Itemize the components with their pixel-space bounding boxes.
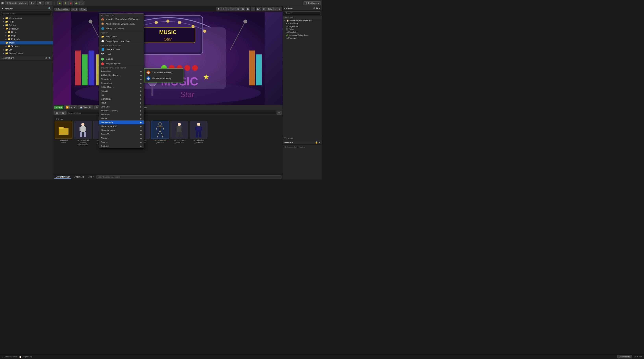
outliner-item-targetpoint[interactable]: ◎ TargetPoint [283,25,322,28]
tab-content-drawer[interactable]: Content Drawer [54,175,71,179]
tree-item-page[interactable]: ▶ 📁 Page [0,20,53,24]
outliner-item-parent[interactable]: ◎ ParentActor [283,37,322,40]
more-button[interactable]: ⋯ [79,1,84,5]
cm-item-physics[interactable]: Physics ▶ [99,136,144,140]
search-options-button[interactable]: ▾ [277,111,282,115]
cm-item-fx[interactable]: FX ▶ [99,93,144,97]
stop-button[interactable]: ■ [68,1,74,5]
cm-item-animation[interactable]: Animation ▶ [99,69,144,73]
search-collection-icon[interactable]: 🔍 [48,57,51,60]
transform-scale-icon[interactable]: ⤡ [226,7,231,11]
asset-count: 8 items [55,117,281,121]
cm-item-foliage[interactable]: Foliage ▶ [99,89,144,93]
cm-item-blueprint[interactable]: 📘 Blueprint Class [99,47,144,52]
save-all-button[interactable]: 💾 Save All [78,106,93,109]
asset-item-5[interactable]: SK_SchoolGirl_Skeleton [151,121,169,146]
tree-item-metahumans[interactable]: ▶ 📁 MetaHumans [0,16,53,20]
cm-item-add-feature[interactable]: 📦 Add Feature or Content Pack... [99,22,144,26]
scale-icon[interactable]: ⊕ [262,7,266,11]
cm-item-live-link[interactable]: Live Link ▶ [99,105,144,109]
cm-item-cinematics[interactable]: Cinematics ▶ [99,81,144,85]
filter-button[interactable]: ⊟ [54,111,60,115]
cm-item-editor-utilities[interactable]: Editor Utilities ▶ [99,85,144,89]
cm-item-speech[interactable]: 💬 Create Speech from Text [99,39,144,44]
cm-item-machine-learning[interactable]: Machine Learning ▶ [99,109,144,112]
tree-item-starter[interactable]: ▶ 📁 StarterContent [0,52,53,55]
asset-item-1[interactable]: SK_SchoolGirl_Casual_PhysicsAsset [74,121,92,146]
cm-item-miscellaneous[interactable]: Miscellaneous ▶ [99,128,144,132]
cm-item-ai[interactable]: Artificial Intelligence ▶ [99,73,144,77]
outliner-item-entryactor[interactable]: ◎ EntryActor1 [283,31,322,34]
cm-item-paper2d[interactable]: Paper2D ▶ [99,132,144,136]
cm-item-gameplay[interactable]: Gameplay ▶ [99,97,144,101]
tree-item-maps[interactable]: ▶ 📁 Maps [0,34,53,38]
cm-item-input[interactable]: Input ▶ [99,101,144,105]
tab-output-log[interactable]: Output Log [72,175,85,179]
toolbar-btn-1[interactable]: ⊕ ▾ [29,1,36,5]
sort-button[interactable]: ⊟ [60,111,66,115]
outliner-item-studio[interactable]: ▼ 🏠 StarMusicStudio (Editor) [283,19,322,22]
cm-item-metahuman-sdk[interactable]: MetahumanSDK ▶ [99,124,144,128]
lit-button[interactable]: ☀ Lit [71,8,78,11]
add-button[interactable]: + Add [54,106,64,109]
lock-icon[interactable]: 🔒 [315,141,318,144]
pause-button[interactable]: ⏸ [63,1,68,5]
outliner-search-input[interactable] [284,12,321,15]
search-icon[interactable]: 🔍 [48,7,51,10]
cm-item-sounds[interactable]: Sounds ▶ [99,140,144,144]
tree-item-sky[interactable]: ▶ 📁 Sky [0,48,53,52]
search-paths-input[interactable] [1,12,52,15]
platforms-button[interactable]: 🖥 Platforms ▾ [304,2,321,5]
add-collection-icon[interactable]: ⊕ [45,57,47,60]
grid-snap-icon[interactable]: ⊡ [241,7,246,11]
settings-icon[interactable]: ⚙ [316,7,318,10]
sm-item-capture-data[interactable]: ⬤ Capture Data (Mesh) [144,70,183,76]
tree-item-demo[interactable]: ▶ 📁 Demo [0,30,53,34]
filter-icon[interactable]: ⊟ [313,7,315,10]
outliner-item-foliage[interactable]: 🌿 InstancedFoliageActor [283,34,322,37]
asset-search-input[interactable] [66,111,276,115]
toolbar-btn-3[interactable]: ⧖ ▾ [46,1,52,5]
cm-item-import[interactable]: 📥 Import to /Game/SchoolGirl/Mesh... [99,17,144,22]
import-button[interactable]: 🔼 Import [64,106,77,109]
cm-item-niagara[interactable]: ⬤ Niagara System [99,61,144,66]
selection-mode-button[interactable]: ⊹ Selection Mode ▾ [5,1,28,5]
transform-rotate-icon[interactable]: ↻ [222,7,226,11]
angle-icon[interactable]: ⌖ [251,7,255,11]
close-icon[interactable]: ✕ [319,141,320,144]
transform-move-icon[interactable]: ✥ [216,7,221,11]
close-icon[interactable]: ✕ [319,7,320,10]
eject-button[interactable]: ⏏ [74,1,79,5]
asset-item-7[interactable]: SK_SchoolGirl_SwimSuit [190,121,208,146]
collections-section[interactable]: ▶ Collections ⊕ 🔍 [0,56,53,60]
tab-cmd[interactable]: Cmd ▾ [86,175,96,179]
asset-item-folder[interactable]: SeparatedMesh [55,121,72,146]
toolbar-btn-2[interactable]: ⊞ ▾ [37,1,44,5]
grid-icon[interactable]: ⊞ [236,7,240,11]
cm-item-level[interactable]: 🗺 Level [99,52,144,56]
tree-item-python[interactable]: ▶ 📁 Python [0,24,53,27]
outliner-item-starmusic[interactable]: ▶ ♪ StarMusic [283,22,322,25]
tree-item-mesh[interactable]: 📂 Mesh [0,41,53,44]
show-button[interactable]: Show [79,8,87,11]
cm-item-materials[interactable]: Materials ▶ [99,112,144,116]
cm-item-new-folder[interactable]: 📁 New Folder [99,34,144,39]
tree-item-textures[interactable]: ▶ 📁 Textures [0,44,53,48]
chevron-down-icon: ▾ [25,2,26,4]
cm-item-textures[interactable]: Textures ▶ [99,144,144,148]
cm-item-media[interactable]: Media ▶ [99,116,144,120]
cm-item-quixel[interactable]: 🌐 Add Quixel Content [99,26,144,31]
maximize-icon[interactable]: ⊟ [277,7,282,11]
sm-item-metahuman-identity[interactable]: ⬤ MetaHuman Identity [144,76,183,81]
cm-item-material[interactable]: ⬤ Material [99,56,144,61]
cm-item-metahuman[interactable]: MetaHuman ▶ [99,120,144,124]
outliner-item-cube[interactable]: ⬛ Cube [283,28,322,31]
tree-item-materials[interactable]: ▶ 📁 Materials [0,38,53,41]
play-button[interactable]: ▶ [57,1,62,5]
tree-item-schoolgirl[interactable]: ▼ 📂 SchoolGirl [0,27,53,30]
asset-item-6[interactable]: SK_SchoolGirl_SportOutfit [170,121,188,146]
console-input[interactable] [96,175,282,179]
perspective-button[interactable]: ⊙ Perspective [54,8,70,11]
camera-icon[interactable]: 🎥 [231,7,236,11]
cm-item-blueprints[interactable]: Blueprints ▶ [99,77,144,81]
